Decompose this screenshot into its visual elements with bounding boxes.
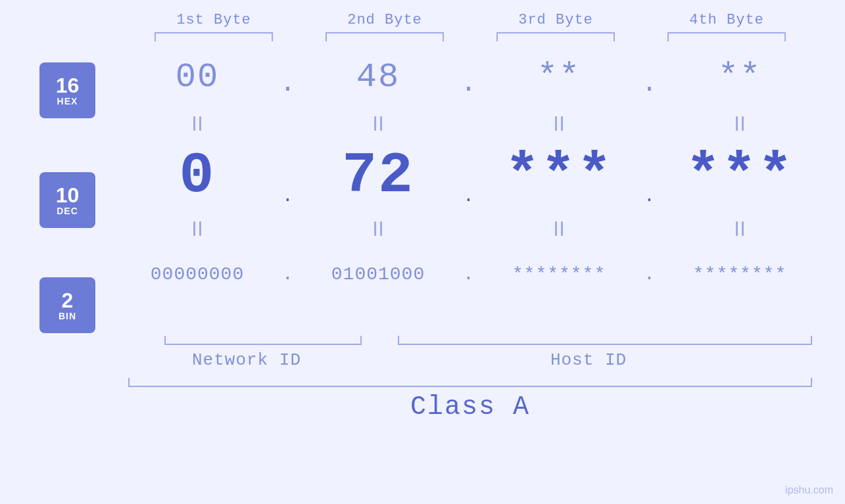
- network-id-label: Network ID: [128, 350, 365, 370]
- bracket-gap: [362, 336, 398, 345]
- byte-headers-row: 1st Byte 2nd Byte 3rd Byte 4th Byte: [33, 12, 812, 28]
- sep-col-2: . . .: [450, 49, 487, 302]
- hex-val-3: **: [537, 49, 581, 105]
- bin-val-2: 01001000: [331, 246, 425, 302]
- bin-badge: 2 BIN: [39, 277, 95, 333]
- byte-col-1: 00 0 00000000: [125, 49, 270, 302]
- byte-header-2: 2nd Byte: [299, 12, 470, 28]
- sep-hex-2: .: [460, 49, 476, 105]
- equals-4: [736, 105, 744, 141]
- dec-val-2: 72: [342, 141, 414, 210]
- main-content: 16 HEX 10 DEC 2 BIN 00 0: [33, 49, 812, 333]
- sep-col-1: . . .: [270, 49, 306, 302]
- hex-val-4: **: [718, 49, 761, 105]
- byte-col-3: ** *** ********: [487, 49, 631, 302]
- equals-1b: [193, 210, 201, 246]
- bin-val-1: 00000000: [151, 246, 244, 302]
- sep-bin-2: .: [463, 246, 474, 302]
- sep-col-3: . . .: [631, 49, 667, 302]
- byte-col-4: ** *** ********: [667, 49, 812, 302]
- sep-dec-2: .: [463, 141, 474, 210]
- byte-col-2: 48 72 01001000: [306, 49, 450, 302]
- bin-val-4: ********: [693, 246, 786, 302]
- badge-spacer-2: [39, 228, 125, 277]
- watermark: ipshu.com: [785, 484, 833, 496]
- main-container: 1st Byte 2nd Byte 3rd Byte 4th Byte 16 H…: [0, 0, 845, 504]
- equals-3: [555, 105, 563, 141]
- sep-bin-3: .: [644, 246, 655, 302]
- top-brackets: [33, 32, 812, 41]
- equals-2: [374, 105, 382, 141]
- class-section: Class A: [33, 378, 812, 422]
- sep-hex-1: .: [279, 49, 295, 105]
- bottom-section: Network ID Host ID: [33, 336, 812, 370]
- equals-4b: [736, 210, 744, 246]
- dec-val-3: ***: [505, 141, 613, 210]
- byte-header-3: 3rd Byte: [470, 12, 641, 28]
- hex-badge: 16 HEX: [39, 62, 95, 118]
- bin-val-3: ********: [512, 246, 606, 302]
- badge-spacer-1: [39, 118, 125, 172]
- bottom-brackets: [128, 336, 812, 345]
- sep-hex-3: .: [641, 49, 657, 105]
- byte-header-4: 4th Byte: [641, 12, 812, 28]
- hex-val-1: 00: [176, 49, 219, 105]
- equals-3b: [555, 210, 563, 246]
- sep-dec-3: .: [644, 141, 655, 210]
- equals-1: [193, 105, 201, 141]
- equals-2b: [374, 210, 382, 246]
- dec-val-1: 0: [180, 141, 216, 210]
- bottom-labels: Network ID Host ID: [128, 350, 812, 370]
- class-label-row: Class A: [128, 392, 812, 422]
- hex-val-2: 48: [356, 49, 400, 105]
- data-columns: 00 0 00000000 . . . 48: [125, 49, 812, 302]
- dec-badge: 10 DEC: [39, 172, 95, 228]
- byte-header-1: 1st Byte: [128, 12, 299, 28]
- class-label: Class A: [410, 392, 530, 422]
- bracket-network: [164, 336, 362, 345]
- class-bracket: [128, 378, 812, 387]
- bracket-top-4: [667, 32, 786, 41]
- sep-dec-1: .: [282, 141, 293, 210]
- sep-bin-1: .: [282, 246, 293, 302]
- bracket-host: [398, 336, 812, 345]
- badges-column: 16 HEX 10 DEC 2 BIN: [39, 62, 125, 333]
- bracket-top-2: [326, 32, 444, 41]
- dec-val-4: ***: [686, 141, 794, 210]
- bracket-top-1: [155, 32, 273, 41]
- host-id-label: Host ID: [365, 350, 812, 370]
- bracket-top-3: [496, 32, 615, 41]
